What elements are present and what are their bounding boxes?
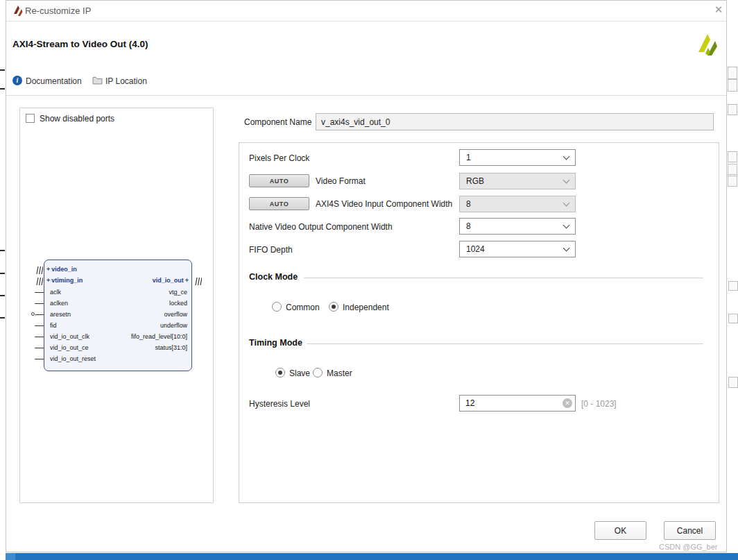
- xilinx-logo: [695, 32, 719, 57]
- port-stub: [35, 359, 44, 359]
- timing-mode-master-label[interactable]: Master: [327, 368, 352, 378]
- pixels-per-clock-select[interactable]: 1: [459, 149, 576, 166]
- video-format-select: RGB: [459, 173, 576, 189]
- background-pin-stub: [0, 69, 5, 71]
- expand-icon[interactable]: +: [46, 277, 50, 284]
- video-format-label: Video Format: [316, 176, 366, 186]
- port-stub: [35, 348, 44, 348]
- port-overflow: overflow: [164, 310, 187, 319]
- hysteresis-input[interactable]: [459, 395, 576, 411]
- background-artifact: [728, 176, 737, 187]
- clear-icon[interactable]: ✕: [563, 398, 572, 408]
- interface-connector-icon: [35, 277, 43, 286]
- ip-location-link[interactable]: IP Location: [105, 76, 147, 86]
- axi4s-width-label: AXI4S Video Input Component Width: [316, 199, 452, 209]
- info-icon: i: [12, 76, 22, 85]
- port-vid-io-out[interactable]: vid_io_out+: [153, 276, 189, 285]
- port-aresetn: aresetn: [50, 310, 71, 319]
- chevron-down-icon: [563, 153, 570, 160]
- video-format-auto-button[interactable]: AUTO: [249, 174, 309, 187]
- close-icon[interactable]: ✕: [712, 3, 726, 16]
- port-aclken: aclken: [50, 299, 68, 307]
- pixels-per-clock-label: Pixels Per Clock: [249, 153, 309, 163]
- taskbar-strip: [6, 553, 738, 560]
- watermark: CSDN @GG_ber: [659, 543, 718, 551]
- interface-connector-icon: [35, 266, 43, 275]
- clock-mode-independent-radio[interactable]: [329, 302, 338, 312]
- chevron-down-icon: [563, 176, 570, 183]
- links-separator: [6, 95, 726, 96]
- port-stub: [35, 303, 44, 304]
- port-vid-io-out-clk: vid_io_out_clk: [50, 332, 89, 341]
- hysteresis-label: Hysteresis Level: [249, 399, 310, 409]
- chevron-down-icon: [563, 199, 570, 206]
- fifo-depth-select[interactable]: 1024: [459, 241, 576, 257]
- timing-mode-slave-radio[interactable]: [275, 368, 285, 377]
- show-disabled-ports-label: Show disabled ports: [40, 114, 114, 124]
- background-artifact: [728, 281, 738, 291]
- axi4s-width-select: 8: [459, 196, 576, 212]
- background-artifact: [728, 104, 737, 115]
- port-fid: fid: [50, 321, 57, 330]
- timing-mode-master-radio[interactable]: [313, 368, 323, 377]
- component-name-label: Component Name: [244, 117, 311, 127]
- background-artifact: [728, 164, 737, 175]
- interface-connector-icon: [194, 277, 202, 286]
- background-pin-stub: [0, 317, 5, 319]
- chevron-down-icon: [563, 221, 570, 228]
- fifo-depth-label: FIFO Depth: [249, 245, 293, 255]
- background-artifact: [728, 151, 737, 162]
- timing-mode-separator: [307, 343, 703, 344]
- port-vtiming-in[interactable]: +vtiming_in: [46, 276, 83, 285]
- expand-icon[interactable]: +: [185, 277, 189, 284]
- port-vtg-ce: vtg_ce: [169, 288, 187, 296]
- background-artifact: [728, 67, 737, 79]
- titlebar-separator: [6, 21, 726, 22]
- cancel-button[interactable]: Cancel: [664, 521, 716, 540]
- native-width-select[interactable]: 8: [459, 218, 576, 235]
- clock-mode-common-label[interactable]: Common: [286, 303, 320, 312]
- timing-mode-slave-label[interactable]: Slave: [289, 368, 310, 378]
- app-icon: [12, 5, 23, 17]
- port-vid-io-out-reset: vid_io_out_reset: [50, 355, 96, 363]
- port-stub: [35, 314, 44, 315]
- axi4s-width-auto-button[interactable]: AUTO: [249, 197, 309, 210]
- port-stub: [35, 325, 44, 326]
- timing-mode-title: Timing Mode: [249, 338, 302, 348]
- hysteresis-range: [0 - 1023]: [581, 399, 617, 409]
- screen: Re-customize IP ✕ AXI4-Stream to Video O…: [0, 0, 738, 560]
- show-disabled-ports-checkbox[interactable]: [26, 114, 35, 123]
- background-pin-stub: [0, 88, 5, 90]
- clock-mode-title: Clock Mode: [249, 272, 298, 282]
- clock-mode-common-radio[interactable]: [272, 302, 282, 312]
- port-locked: locked: [169, 299, 187, 307]
- port-stub: [35, 337, 44, 337]
- ok-button[interactable]: OK: [594, 521, 646, 540]
- chevron-down-icon: [563, 244, 570, 251]
- window-title: Re-customize IP: [25, 6, 91, 16]
- expand-icon[interactable]: +: [46, 266, 50, 273]
- port-status: status[31:0]: [155, 343, 187, 352]
- ip-title: AXI4-Stream to Video Out (4.0): [12, 39, 148, 49]
- port-underflow: underflow: [160, 321, 187, 330]
- background-artifact: [728, 377, 738, 388]
- clock-mode-separator: [304, 278, 703, 278]
- background-pin-stub: [0, 273, 5, 274]
- component-name-input[interactable]: [316, 113, 714, 130]
- documentation-link[interactable]: Documentation: [26, 76, 82, 86]
- port-video-in[interactable]: +video_in: [46, 265, 77, 273]
- background-artifact: [728, 314, 738, 323]
- taskbar-accent: [6, 553, 15, 560]
- background-pin-stub: [0, 250, 5, 251]
- active-low-bubble: [31, 312, 35, 316]
- port-fifo-read-level: fifo_read_level[10:0]: [131, 332, 187, 341]
- clock-mode-independent-label[interactable]: Independent: [343, 303, 389, 312]
- background-pin-stub: [0, 295, 5, 296]
- port-stub: [35, 292, 44, 293]
- background-artifact: [728, 79, 737, 92]
- port-vid-io-out-ce: vid_io_out_ce: [50, 343, 89, 352]
- port-aclk: aclk: [50, 288, 61, 296]
- native-width-label: Native Video Output Component Width: [249, 222, 393, 232]
- folder-icon: [92, 76, 103, 85]
